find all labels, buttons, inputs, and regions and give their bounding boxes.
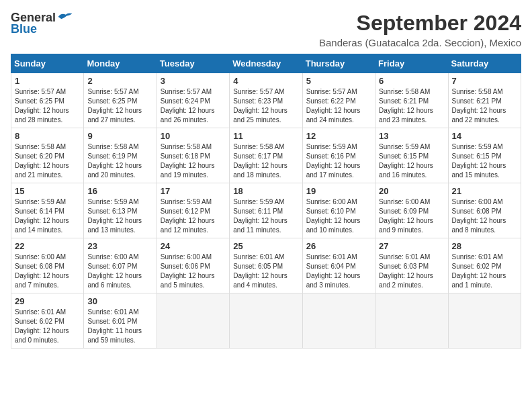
day-number: 4 <box>233 76 298 86</box>
table-row: 14Sunrise: 5:59 AM Sunset: 6:15 PM Dayli… <box>448 128 521 183</box>
table-row: 4Sunrise: 5:57 AM Sunset: 6:23 PM Daylig… <box>230 73 302 128</box>
day-info: Sunrise: 6:00 AM Sunset: 6:08 PM Dayligh… <box>452 197 517 235</box>
table-row: 16Sunrise: 5:59 AM Sunset: 6:13 PM Dayli… <box>84 183 157 238</box>
day-info: Sunrise: 5:57 AM Sunset: 6:25 PM Dayligh… <box>15 87 80 125</box>
col-saturday: Saturday <box>448 54 521 73</box>
day-number: 3 <box>161 76 226 86</box>
table-row: 25Sunrise: 6:01 AM Sunset: 6:05 PM Dayli… <box>230 238 302 293</box>
day-info: Sunrise: 6:00 AM Sunset: 6:10 PM Dayligh… <box>306 197 371 235</box>
col-tuesday: Tuesday <box>157 54 229 73</box>
day-info: Sunrise: 6:01 AM Sunset: 6:02 PM Dayligh… <box>15 308 80 345</box>
col-thursday: Thursday <box>302 54 375 73</box>
table-row <box>302 293 375 349</box>
table-row: 17Sunrise: 5:59 AM Sunset: 6:12 PM Dayli… <box>157 183 229 238</box>
calendar-week-row: 29Sunrise: 6:01 AM Sunset: 6:02 PM Dayli… <box>11 293 521 349</box>
table-row: 23Sunrise: 6:00 AM Sunset: 6:07 PM Dayli… <box>84 238 157 293</box>
day-info: Sunrise: 6:00 AM Sunset: 6:09 PM Dayligh… <box>379 197 444 235</box>
calendar-week-row: 1Sunrise: 5:57 AM Sunset: 6:25 PM Daylig… <box>11 73 521 128</box>
table-row: 9Sunrise: 5:58 AM Sunset: 6:19 PM Daylig… <box>84 128 157 183</box>
table-row: 22Sunrise: 6:00 AM Sunset: 6:08 PM Dayli… <box>11 238 84 293</box>
table-row: 5Sunrise: 5:57 AM Sunset: 6:22 PM Daylig… <box>302 73 375 128</box>
title-section: September 2024 Banderas (Guatacalca 2da.… <box>73 11 521 48</box>
table-row: 18Sunrise: 5:59 AM Sunset: 6:11 PM Dayli… <box>230 183 302 238</box>
table-row: 2Sunrise: 5:57 AM Sunset: 6:25 PM Daylig… <box>84 73 157 128</box>
day-info: Sunrise: 5:58 AM Sunset: 6:20 PM Dayligh… <box>15 142 80 180</box>
day-info: Sunrise: 5:57 AM Sunset: 6:23 PM Dayligh… <box>233 87 298 125</box>
col-friday: Friday <box>375 54 448 73</box>
day-number: 19 <box>306 186 371 196</box>
day-number: 2 <box>87 76 152 86</box>
table-row: 13Sunrise: 5:59 AM Sunset: 6:15 PM Dayli… <box>375 128 448 183</box>
table-row: 7Sunrise: 5:58 AM Sunset: 6:21 PM Daylig… <box>448 73 521 128</box>
day-number: 26 <box>306 241 371 251</box>
table-row: 27Sunrise: 6:01 AM Sunset: 6:03 PM Dayli… <box>375 238 448 293</box>
day-number: 21 <box>452 186 517 196</box>
day-info: Sunrise: 6:00 AM Sunset: 6:07 PM Dayligh… <box>87 253 152 290</box>
table-row <box>230 293 302 349</box>
main-title: September 2024 <box>73 11 521 36</box>
day-info: Sunrise: 5:57 AM Sunset: 6:24 PM Dayligh… <box>161 87 226 125</box>
page-container: General Blue September 2024 Banderas (Gu… <box>11 11 521 349</box>
day-number: 12 <box>306 131 371 141</box>
calendar-header-row: Sunday Monday Tuesday Wednesday Thursday… <box>11 54 521 73</box>
day-info: Sunrise: 6:00 AM Sunset: 6:08 PM Dayligh… <box>15 253 80 290</box>
table-row: 24Sunrise: 6:00 AM Sunset: 6:06 PM Dayli… <box>157 238 229 293</box>
table-row: 30Sunrise: 6:01 AM Sunset: 6:01 PM Dayli… <box>84 293 157 349</box>
day-number: 27 <box>379 241 444 251</box>
day-number: 23 <box>87 241 152 251</box>
day-info: Sunrise: 5:58 AM Sunset: 6:21 PM Dayligh… <box>379 87 444 125</box>
table-row: 19Sunrise: 6:00 AM Sunset: 6:10 PM Dayli… <box>302 183 375 238</box>
day-number: 6 <box>379 76 444 86</box>
table-row <box>157 293 229 349</box>
day-info: Sunrise: 5:58 AM Sunset: 6:21 PM Dayligh… <box>452 87 517 125</box>
table-row: 6Sunrise: 5:58 AM Sunset: 6:21 PM Daylig… <box>375 73 448 128</box>
day-info: Sunrise: 5:59 AM Sunset: 6:14 PM Dayligh… <box>15 197 80 235</box>
day-info: Sunrise: 5:59 AM Sunset: 6:15 PM Dayligh… <box>452 142 517 180</box>
day-number: 7 <box>452 76 517 86</box>
day-info: Sunrise: 5:58 AM Sunset: 6:19 PM Dayligh… <box>87 142 152 180</box>
col-sunday: Sunday <box>11 54 84 73</box>
day-number: 16 <box>87 186 152 196</box>
day-info: Sunrise: 6:01 AM Sunset: 6:02 PM Dayligh… <box>452 253 517 290</box>
header: General Blue September 2024 Banderas (Gu… <box>11 11 521 48</box>
day-info: Sunrise: 5:59 AM Sunset: 6:11 PM Dayligh… <box>233 197 298 235</box>
day-number: 18 <box>233 186 298 196</box>
day-info: Sunrise: 6:01 AM Sunset: 6:01 PM Dayligh… <box>87 308 152 345</box>
day-info: Sunrise: 6:01 AM Sunset: 6:03 PM Dayligh… <box>379 253 444 290</box>
day-number: 11 <box>233 131 298 141</box>
day-info: Sunrise: 5:58 AM Sunset: 6:17 PM Dayligh… <box>233 142 298 180</box>
col-monday: Monday <box>84 54 157 73</box>
day-number: 10 <box>161 131 226 141</box>
day-number: 30 <box>87 296 152 306</box>
day-info: Sunrise: 5:59 AM Sunset: 6:15 PM Dayligh… <box>379 142 444 180</box>
table-row: 12Sunrise: 5:59 AM Sunset: 6:16 PM Dayli… <box>302 128 375 183</box>
logo-blue: Blue <box>11 22 37 36</box>
day-number: 15 <box>15 186 80 196</box>
day-info: Sunrise: 6:01 AM Sunset: 6:04 PM Dayligh… <box>306 253 371 290</box>
table-row: 1Sunrise: 5:57 AM Sunset: 6:25 PM Daylig… <box>11 73 84 128</box>
table-row <box>448 293 521 349</box>
calendar-week-row: 22Sunrise: 6:00 AM Sunset: 6:08 PM Dayli… <box>11 238 521 293</box>
day-number: 24 <box>161 241 226 251</box>
table-row: 21Sunrise: 6:00 AM Sunset: 6:08 PM Dayli… <box>448 183 521 238</box>
table-row: 20Sunrise: 6:00 AM Sunset: 6:09 PM Dayli… <box>375 183 448 238</box>
table-row: 15Sunrise: 5:59 AM Sunset: 6:14 PM Dayli… <box>11 183 84 238</box>
day-number: 22 <box>15 241 80 251</box>
table-row: 26Sunrise: 6:01 AM Sunset: 6:04 PM Dayli… <box>302 238 375 293</box>
table-row: 28Sunrise: 6:01 AM Sunset: 6:02 PM Dayli… <box>448 238 521 293</box>
logo: General Blue <box>11 11 73 36</box>
table-row <box>375 293 448 349</box>
day-info: Sunrise: 5:57 AM Sunset: 6:25 PM Dayligh… <box>87 87 152 125</box>
calendar-week-row: 15Sunrise: 5:59 AM Sunset: 6:14 PM Dayli… <box>11 183 521 238</box>
day-number: 29 <box>15 296 80 306</box>
day-info: Sunrise: 6:00 AM Sunset: 6:06 PM Dayligh… <box>161 253 226 290</box>
table-row: 29Sunrise: 6:01 AM Sunset: 6:02 PM Dayli… <box>11 293 84 349</box>
day-number: 17 <box>161 186 226 196</box>
table-row: 3Sunrise: 5:57 AM Sunset: 6:24 PM Daylig… <box>157 73 229 128</box>
day-info: Sunrise: 6:01 AM Sunset: 6:05 PM Dayligh… <box>233 253 298 290</box>
day-number: 20 <box>379 186 444 196</box>
day-number: 5 <box>306 76 371 86</box>
day-info: Sunrise: 5:59 AM Sunset: 6:16 PM Dayligh… <box>306 142 371 180</box>
table-row: 10Sunrise: 5:58 AM Sunset: 6:18 PM Dayli… <box>157 128 229 183</box>
day-info: Sunrise: 5:58 AM Sunset: 6:18 PM Dayligh… <box>161 142 226 180</box>
